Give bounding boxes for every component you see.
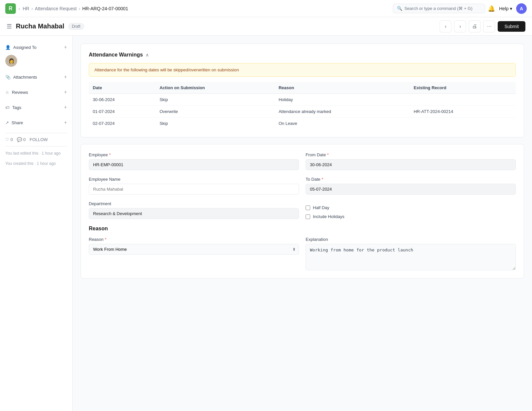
employee-input[interactable] <box>89 159 299 170</box>
assigned-to-section: 👤 Assigned To + 👩 <box>5 42 67 67</box>
include-holidays-checkbox[interactable] <box>306 214 310 219</box>
warnings-table: Date Action on Submission Reason Existin… <box>89 82 516 129</box>
cell-existing <box>410 94 516 106</box>
reviews-section: ☆ Reviews + <box>5 87 67 97</box>
prev-button[interactable]: ‹ <box>440 20 451 32</box>
tags-item[interactable]: 🏷 Tags + <box>5 102 67 112</box>
attachments-section: 📎 Attachments + <box>5 72 67 82</box>
explanation-textarea[interactable]: Working from home for the product launch <box>306 244 516 270</box>
search-placeholder: Search or type a command (⌘ + G) <box>404 6 472 11</box>
half-day-checkbox[interactable] <box>306 205 310 210</box>
assigned-to-item[interactable]: 👤 Assigned To + <box>5 42 67 52</box>
attachments-icon: 📎 <box>5 75 11 80</box>
to-date-input[interactable] <box>306 184 516 195</box>
collapse-icon[interactable]: ∧ <box>146 52 149 57</box>
page-header: ☰ Rucha Mahabal Draft ‹ › 🖨 ··· Submit <box>0 17 532 36</box>
help-button[interactable]: Help ▾ <box>499 6 512 11</box>
notification-bell-icon[interactable]: 🔔 <box>488 5 495 12</box>
from-date-input[interactable] <box>306 159 516 170</box>
table-row: 01-07-2024 Overwrite Attendance already … <box>89 106 516 118</box>
chevron-down-icon: ▾ <box>510 6 512 11</box>
explanation-field: Explanation Working from home for the pr… <box>306 237 516 270</box>
to-date-label: To Date * <box>306 177 516 182</box>
assigned-to-icon: 👤 <box>5 45 11 50</box>
col-existing: Existing Record <box>410 82 516 94</box>
print-button[interactable]: 🖨 <box>469 20 481 32</box>
content-area: Attendance Warnings ∧ Attendance for the… <box>73 36 532 411</box>
employee-label: Employee * <box>89 152 299 157</box>
add-review-icon[interactable]: + <box>64 89 67 95</box>
warnings-section-header: Attendance Warnings ∧ <box>89 52 516 58</box>
search-icon: 🔍 <box>397 6 402 11</box>
col-reason: Reason <box>275 82 410 94</box>
share-item[interactable]: ↗ Share + <box>5 118 67 128</box>
share-icon: ↗ <box>5 120 9 125</box>
status-badge: Draft <box>68 23 84 30</box>
add-tag-icon[interactable]: + <box>64 104 67 110</box>
attendance-warnings-card: Attendance Warnings ∧ Attendance for the… <box>81 44 524 137</box>
breadcrumb-hr[interactable]: HR <box>23 6 29 11</box>
cell-reason: On Leave <box>275 118 410 130</box>
app-logo[interactable]: R <box>5 3 16 14</box>
department-label: Department <box>89 201 299 206</box>
breadcrumb-sep-1: › <box>18 6 20 11</box>
cell-existing: HR-ATT-2024-00214 <box>410 106 516 118</box>
breadcrumb-attendance-request[interactable]: Attendance Request <box>35 6 77 11</box>
include-holidays-label: Include Holidays <box>313 214 344 219</box>
follow-button[interactable]: FOLLOW <box>30 137 48 142</box>
avatar[interactable]: A <box>516 3 527 14</box>
last-edited-text: You last edited this · 1 hour ago <box>5 150 67 157</box>
sidebar-divider <box>5 133 67 133</box>
breadcrumb: HR › Attendance Request › HR-ARQ-24-07-0… <box>23 6 128 11</box>
explanation-label: Explanation <box>306 237 516 242</box>
reason-select-wrapper: Work From Home ⬍ <box>89 244 299 255</box>
cell-date: 30-06-2024 <box>89 94 155 106</box>
reactions-row: ♡ 0 💬 0 FOLLOW <box>5 137 67 142</box>
add-share-icon[interactable]: + <box>64 120 67 126</box>
add-attachment-icon[interactable]: + <box>64 74 67 80</box>
attachments-item[interactable]: 📎 Attachments + <box>5 72 67 82</box>
cell-existing <box>410 118 516 130</box>
share-section: ↗ Share + <box>5 118 67 128</box>
form-card: Employee * From Date * Employee Name <box>81 144 524 279</box>
tags-section: 🏷 Tags + <box>5 102 67 112</box>
from-date-label: From Date * <box>306 152 516 157</box>
add-assigned-icon[interactable]: + <box>64 44 67 50</box>
warnings-section-title: Attendance Warnings <box>89 52 143 58</box>
cell-reason: Holiday <box>275 94 410 106</box>
to-date-field: To Date * <box>306 177 516 195</box>
next-button[interactable]: › <box>454 20 466 32</box>
cell-action: Overwrite <box>155 106 275 118</box>
cell-date: 02-07-2024 <box>89 118 155 130</box>
col-date: Date <box>89 82 155 94</box>
search-bar[interactable]: 🔍 Search or type a command (⌘ + G) <box>393 4 485 13</box>
cell-reason: Attendance already marked <box>275 106 410 118</box>
reason-select[interactable]: Work From Home <box>89 244 299 255</box>
include-holidays-checkbox-row[interactable]: Include Holidays <box>306 214 516 219</box>
checkboxes-field: Half Day Include Holidays <box>306 201 516 219</box>
half-day-checkbox-row[interactable]: Half Day <box>306 205 516 210</box>
avatar-small: 👩 <box>5 55 17 67</box>
submit-button[interactable]: Submit <box>498 21 525 32</box>
reason-grid: Reason * Work From Home ⬍ Explanation Wo… <box>89 237 516 270</box>
like-button[interactable]: ♡ 0 <box>5 137 13 142</box>
employee-name-input[interactable] <box>89 184 299 195</box>
employee-name-label: Employee Name <box>89 177 299 182</box>
menu-icon[interactable]: ☰ <box>7 23 12 30</box>
half-day-label: Half Day <box>313 205 329 210</box>
more-options-button[interactable]: ··· <box>483 20 495 32</box>
reviews-icon: ☆ <box>5 90 9 95</box>
tags-icon: 🏷 <box>5 105 10 110</box>
col-action: Action on Submission <box>155 82 275 94</box>
comment-button[interactable]: 💬 0 <box>17 137 26 142</box>
reason-section: Reason Reason * Work From Home ⬍ <box>89 226 516 270</box>
top-navigation: R › HR › Attendance Request › HR-ARQ-24-… <box>0 0 532 17</box>
cell-action: Skip <box>155 94 275 106</box>
employee-name-field: Employee Name <box>89 177 299 195</box>
cell-date: 01-07-2024 <box>89 106 155 118</box>
reviews-item[interactable]: ☆ Reviews + <box>5 87 67 97</box>
reason-section-title: Reason <box>89 226 516 232</box>
reason-field: Reason * Work From Home ⬍ <box>89 237 299 270</box>
department-input[interactable] <box>89 208 299 219</box>
breadcrumb-current: HR-ARQ-24-07-00001 <box>82 6 128 11</box>
